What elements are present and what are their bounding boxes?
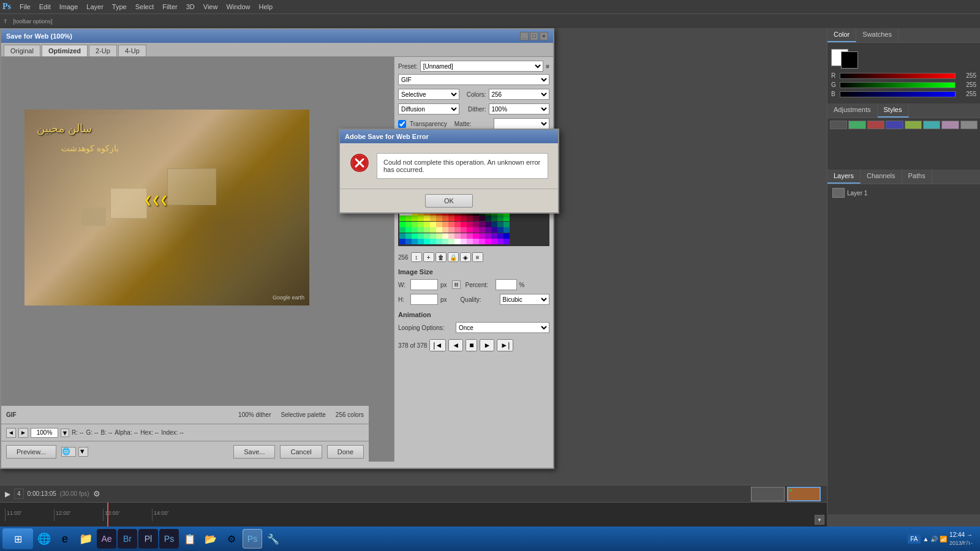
frame-prev-btn[interactable]: ◄ [448, 339, 463, 351]
palette-cell[interactable] [497, 239, 503, 244]
palette-cell[interactable] [479, 227, 485, 233]
palette-cell[interactable] [479, 216, 485, 221]
menu-edit[interactable]: Edit [36, 2, 55, 12]
blue-track[interactable] [840, 91, 956, 97]
taskbar-settings[interactable]: ⚙ [222, 529, 241, 549]
playhead[interactable] [107, 503, 108, 527]
palette-cell[interactable] [448, 222, 454, 227]
palette-cell[interactable] [503, 239, 510, 244]
palette-cell[interactable] [405, 222, 412, 227]
menu-window[interactable]: Window [222, 2, 254, 12]
done-button[interactable]: Done [327, 445, 364, 459]
palette-cell[interactable] [418, 239, 424, 244]
red-track[interactable] [840, 73, 956, 79]
taskbar-file-mgr[interactable]: 📂 [201, 529, 221, 549]
palette-cell[interactable] [479, 233, 485, 239]
palette-cell[interactable] [436, 216, 442, 221]
selective-select[interactable]: Selective [398, 89, 459, 100]
close-btn[interactable]: × [540, 32, 548, 40]
tab-color[interactable]: Color [827, 28, 856, 42]
ok-button[interactable]: OK [425, 194, 473, 208]
tab-layers[interactable]: Layers [827, 170, 861, 184]
palette-cell[interactable] [473, 227, 479, 233]
palette-cell[interactable] [430, 222, 436, 227]
style-item[interactable] [867, 121, 884, 129]
palette-cell[interactable] [430, 239, 436, 244]
colors-select[interactable]: 256 [489, 89, 550, 100]
taskbar-ps[interactable]: Ps [159, 529, 179, 549]
palette-cell[interactable] [399, 216, 405, 221]
palette-cell[interactable] [503, 216, 510, 221]
palette-cell[interactable] [503, 233, 510, 239]
palette-cell[interactable] [436, 233, 442, 239]
palette-cell[interactable] [442, 216, 448, 221]
style-item[interactable] [830, 121, 847, 129]
tab-adjustments[interactable]: Adjustments [827, 103, 878, 118]
tab-channels[interactable]: Channels [861, 170, 902, 184]
menu-filter[interactable]: Filter [159, 2, 181, 12]
frame-thumb-1[interactable] [751, 487, 785, 501]
palette-cell[interactable] [436, 222, 442, 227]
taskbar-ps-active[interactable]: Ps [243, 529, 262, 549]
palette-cell[interactable] [485, 227, 491, 233]
play-btn[interactable]: ▶ [5, 490, 10, 498]
palette-cell[interactable] [430, 227, 436, 233]
tab-optimized[interactable]: Optimized [42, 45, 88, 56]
palette-cell[interactable] [424, 227, 430, 233]
palette-cell[interactable] [436, 227, 442, 233]
palette-cell[interactable] [405, 216, 412, 221]
background-swatch[interactable] [841, 51, 858, 69]
palette-cell[interactable] [473, 216, 479, 221]
minimize-btn[interactable]: _ [520, 32, 529, 40]
palette-cell[interactable] [497, 222, 503, 227]
palette-cell[interactable] [497, 216, 503, 221]
taskbar-custom[interactable]: 🔧 [263, 529, 283, 549]
style-item[interactable] [905, 121, 922, 129]
palette-cell[interactable] [412, 216, 418, 221]
tab-original[interactable]: Original [4, 45, 40, 56]
menu-layer[interactable]: Layer [83, 2, 107, 12]
palette-cell[interactable] [442, 222, 448, 227]
taskbar-br[interactable]: Br [118, 529, 137, 549]
palette-cell[interactable] [424, 216, 430, 221]
palette-cell[interactable] [418, 222, 424, 227]
add-color-btn[interactable]: + [423, 252, 434, 262]
tab-swatches[interactable]: Swatches [856, 28, 899, 42]
palette-cell[interactable] [412, 222, 418, 227]
palette-cell[interactable] [448, 216, 454, 221]
frame-stop-btn[interactable]: ■ [466, 339, 477, 351]
del-color-btn[interactable]: 🗑 [435, 252, 447, 262]
palette-cell[interactable] [448, 227, 454, 233]
zoom-input[interactable]: 100% [31, 428, 58, 438]
matte-select[interactable] [494, 118, 549, 129]
tab-2up[interactable]: 2-Up [89, 45, 117, 56]
frame-thumb-2[interactable] [787, 487, 821, 501]
palette-cell[interactable] [503, 222, 510, 227]
style-item[interactable] [886, 121, 903, 129]
tab-paths[interactable]: Paths [902, 170, 932, 184]
palette-cell[interactable] [467, 227, 473, 233]
taskbar-ie[interactable]: e [55, 529, 75, 549]
palette-cell[interactable] [412, 239, 418, 244]
timeline-collapse-btn[interactable]: ▼ [815, 515, 824, 525]
palette-cell[interactable] [454, 239, 461, 244]
preset-menu-icon[interactable]: ≡ [546, 63, 549, 70]
palette-cell[interactable] [418, 216, 424, 221]
palette-cell[interactable] [424, 222, 430, 227]
palette-cell[interactable] [479, 222, 485, 227]
palette-cell[interactable] [399, 239, 405, 244]
frame-first-btn[interactable]: |◄ [429, 339, 446, 351]
palette-cell[interactable] [412, 227, 418, 233]
preview-button[interactable]: Preview... [6, 445, 56, 459]
frame-next-btn[interactable]: ►| [497, 339, 513, 351]
palette-menu-btn[interactable]: ≡ [472, 252, 483, 262]
palette-cell[interactable] [485, 233, 491, 239]
palette-cell[interactable] [442, 239, 448, 244]
dither-method-select[interactable]: Diffusion [398, 103, 459, 114]
palette-cell[interactable] [497, 227, 503, 233]
palette-cell[interactable] [467, 239, 473, 244]
palette-cell[interactable] [430, 233, 436, 239]
zoom-next-btn[interactable]: ► [18, 428, 28, 438]
palette-cell[interactable] [503, 227, 510, 233]
palette-cell[interactable] [442, 233, 448, 239]
